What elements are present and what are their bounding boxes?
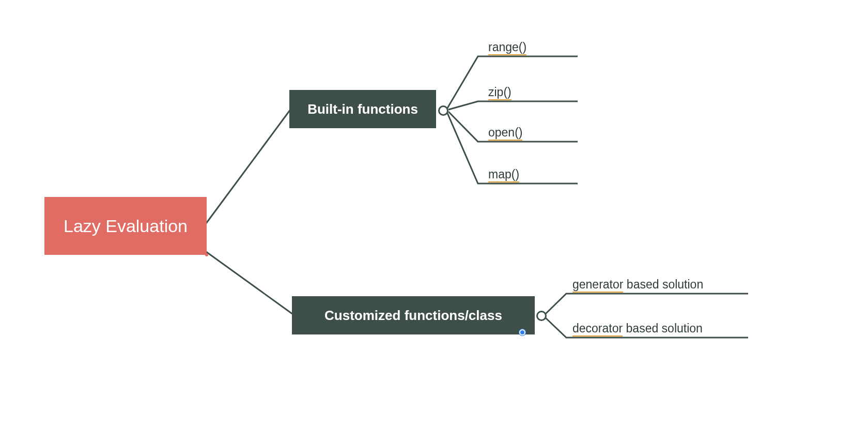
leaf-range-label: range() bbox=[488, 40, 526, 55]
root-handle-dot bbox=[205, 253, 208, 256]
branch-builtin[interactable]: Built-in functions bbox=[289, 90, 436, 128]
leaf-open-label: open() bbox=[488, 126, 522, 141]
leaf-generator[interactable]: generator based solution bbox=[572, 278, 703, 292]
leaf-generator-suffix: based solution bbox=[623, 278, 703, 291]
root-node[interactable]: Lazy Evaluation bbox=[44, 197, 207, 255]
leaf-range[interactable]: range() bbox=[488, 40, 526, 54]
svg-line-1 bbox=[206, 252, 293, 314]
branch-customized[interactable]: Customized functions/class bbox=[292, 296, 535, 334]
branch-customized-marker bbox=[519, 329, 525, 335]
leaf-decorator-suffix: based solution bbox=[623, 322, 703, 335]
leaf-decorator[interactable]: decorator based solution bbox=[572, 322, 703, 335]
leaf-open[interactable]: open() bbox=[488, 126, 522, 140]
svg-line-0 bbox=[206, 110, 290, 223]
branch-customized-label: Customized functions/class bbox=[324, 308, 502, 324]
branch-builtin-hub bbox=[438, 105, 448, 116]
root-label: Lazy Evaluation bbox=[64, 216, 188, 236]
leaf-map[interactable]: map() bbox=[488, 167, 519, 181]
leaf-generator-prefix: generator bbox=[572, 278, 623, 293]
leaf-decorator-prefix: decorator bbox=[572, 322, 623, 337]
branch-builtin-label: Built-in functions bbox=[307, 101, 418, 117]
leaf-map-label: map() bbox=[488, 167, 519, 182]
branch-customized-hub bbox=[536, 311, 547, 321]
leaf-zip[interactable]: zip() bbox=[488, 85, 512, 99]
leaf-zip-label: zip() bbox=[488, 85, 512, 100]
